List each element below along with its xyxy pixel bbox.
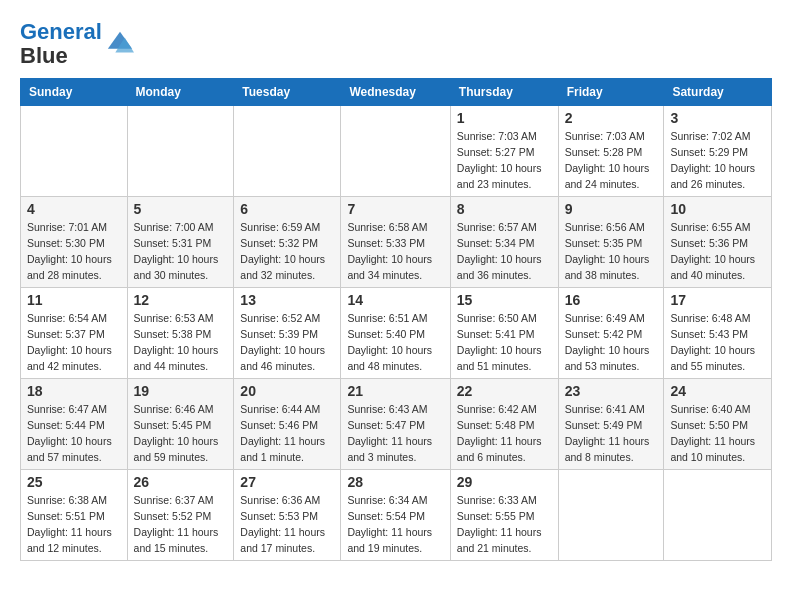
calendar-cell: 15Sunrise: 6:50 AMSunset: 5:41 PMDayligh… (450, 288, 558, 379)
day-number: 18 (27, 383, 121, 399)
day-number: 27 (240, 474, 334, 490)
day-number: 24 (670, 383, 765, 399)
logo-icon (106, 30, 134, 58)
logo: GeneralBlue (20, 20, 134, 68)
calendar-cell: 19Sunrise: 6:46 AMSunset: 5:45 PMDayligh… (127, 379, 234, 470)
page-header: GeneralBlue (20, 20, 772, 68)
day-info: Sunrise: 6:50 AMSunset: 5:41 PMDaylight:… (457, 311, 552, 374)
day-number: 5 (134, 201, 228, 217)
calendar-cell: 21Sunrise: 6:43 AMSunset: 5:47 PMDayligh… (341, 379, 450, 470)
day-info: Sunrise: 7:03 AMSunset: 5:27 PMDaylight:… (457, 129, 552, 192)
calendar-cell: 29Sunrise: 6:33 AMSunset: 5:55 PMDayligh… (450, 470, 558, 561)
day-info: Sunrise: 6:44 AMSunset: 5:46 PMDaylight:… (240, 402, 334, 465)
calendar-cell (664, 470, 772, 561)
day-number: 23 (565, 383, 658, 399)
day-info: Sunrise: 6:58 AMSunset: 5:33 PMDaylight:… (347, 220, 443, 283)
day-info: Sunrise: 6:37 AMSunset: 5:52 PMDaylight:… (134, 493, 228, 556)
day-number: 4 (27, 201, 121, 217)
calendar-cell (341, 106, 450, 197)
day-info: Sunrise: 6:52 AMSunset: 5:39 PMDaylight:… (240, 311, 334, 374)
day-number: 9 (565, 201, 658, 217)
day-number: 19 (134, 383, 228, 399)
header-saturday: Saturday (664, 79, 772, 106)
day-number: 12 (134, 292, 228, 308)
calendar-cell: 20Sunrise: 6:44 AMSunset: 5:46 PMDayligh… (234, 379, 341, 470)
day-number: 28 (347, 474, 443, 490)
day-number: 16 (565, 292, 658, 308)
day-info: Sunrise: 6:41 AMSunset: 5:49 PMDaylight:… (565, 402, 658, 465)
day-number: 14 (347, 292, 443, 308)
header-monday: Monday (127, 79, 234, 106)
calendar-cell (127, 106, 234, 197)
day-number: 21 (347, 383, 443, 399)
calendar-cell: 9Sunrise: 6:56 AMSunset: 5:35 PMDaylight… (558, 197, 664, 288)
day-number: 6 (240, 201, 334, 217)
calendar-cell: 6Sunrise: 6:59 AMSunset: 5:32 PMDaylight… (234, 197, 341, 288)
calendar-cell: 25Sunrise: 6:38 AMSunset: 5:51 PMDayligh… (21, 470, 128, 561)
header-thursday: Thursday (450, 79, 558, 106)
day-number: 10 (670, 201, 765, 217)
day-info: Sunrise: 6:54 AMSunset: 5:37 PMDaylight:… (27, 311, 121, 374)
calendar-cell: 17Sunrise: 6:48 AMSunset: 5:43 PMDayligh… (664, 288, 772, 379)
day-number: 11 (27, 292, 121, 308)
calendar-cell: 13Sunrise: 6:52 AMSunset: 5:39 PMDayligh… (234, 288, 341, 379)
header-tuesday: Tuesday (234, 79, 341, 106)
calendar-cell: 8Sunrise: 6:57 AMSunset: 5:34 PMDaylight… (450, 197, 558, 288)
day-info: Sunrise: 6:56 AMSunset: 5:35 PMDaylight:… (565, 220, 658, 283)
day-info: Sunrise: 6:55 AMSunset: 5:36 PMDaylight:… (670, 220, 765, 283)
calendar-cell: 3Sunrise: 7:02 AMSunset: 5:29 PMDaylight… (664, 106, 772, 197)
day-info: Sunrise: 7:01 AMSunset: 5:30 PMDaylight:… (27, 220, 121, 283)
calendar-cell: 12Sunrise: 6:53 AMSunset: 5:38 PMDayligh… (127, 288, 234, 379)
calendar-table: SundayMondayTuesdayWednesdayThursdayFrid… (20, 78, 772, 561)
day-info: Sunrise: 6:53 AMSunset: 5:38 PMDaylight:… (134, 311, 228, 374)
day-info: Sunrise: 7:00 AMSunset: 5:31 PMDaylight:… (134, 220, 228, 283)
calendar-cell: 1Sunrise: 7:03 AMSunset: 5:27 PMDaylight… (450, 106, 558, 197)
day-number: 22 (457, 383, 552, 399)
calendar-cell: 4Sunrise: 7:01 AMSunset: 5:30 PMDaylight… (21, 197, 128, 288)
header-sunday: Sunday (21, 79, 128, 106)
calendar-cell: 5Sunrise: 7:00 AMSunset: 5:31 PMDaylight… (127, 197, 234, 288)
day-info: Sunrise: 6:48 AMSunset: 5:43 PMDaylight:… (670, 311, 765, 374)
day-number: 29 (457, 474, 552, 490)
day-info: Sunrise: 6:59 AMSunset: 5:32 PMDaylight:… (240, 220, 334, 283)
day-number: 26 (134, 474, 228, 490)
day-info: Sunrise: 6:43 AMSunset: 5:47 PMDaylight:… (347, 402, 443, 465)
day-info: Sunrise: 6:36 AMSunset: 5:53 PMDaylight:… (240, 493, 334, 556)
calendar-week-row: 18Sunrise: 6:47 AMSunset: 5:44 PMDayligh… (21, 379, 772, 470)
calendar-cell: 2Sunrise: 7:03 AMSunset: 5:28 PMDaylight… (558, 106, 664, 197)
day-number: 25 (27, 474, 121, 490)
day-info: Sunrise: 6:51 AMSunset: 5:40 PMDaylight:… (347, 311, 443, 374)
calendar-cell: 7Sunrise: 6:58 AMSunset: 5:33 PMDaylight… (341, 197, 450, 288)
day-info: Sunrise: 7:02 AMSunset: 5:29 PMDaylight:… (670, 129, 765, 192)
calendar-cell: 24Sunrise: 6:40 AMSunset: 5:50 PMDayligh… (664, 379, 772, 470)
day-info: Sunrise: 6:38 AMSunset: 5:51 PMDaylight:… (27, 493, 121, 556)
day-info: Sunrise: 7:03 AMSunset: 5:28 PMDaylight:… (565, 129, 658, 192)
calendar-cell: 28Sunrise: 6:34 AMSunset: 5:54 PMDayligh… (341, 470, 450, 561)
calendar-week-row: 11Sunrise: 6:54 AMSunset: 5:37 PMDayligh… (21, 288, 772, 379)
day-info: Sunrise: 6:47 AMSunset: 5:44 PMDaylight:… (27, 402, 121, 465)
calendar-cell: 23Sunrise: 6:41 AMSunset: 5:49 PMDayligh… (558, 379, 664, 470)
day-info: Sunrise: 6:33 AMSunset: 5:55 PMDaylight:… (457, 493, 552, 556)
calendar-cell (558, 470, 664, 561)
day-info: Sunrise: 6:46 AMSunset: 5:45 PMDaylight:… (134, 402, 228, 465)
day-info: Sunrise: 6:42 AMSunset: 5:48 PMDaylight:… (457, 402, 552, 465)
calendar-cell: 18Sunrise: 6:47 AMSunset: 5:44 PMDayligh… (21, 379, 128, 470)
day-number: 7 (347, 201, 443, 217)
day-number: 17 (670, 292, 765, 308)
day-info: Sunrise: 6:49 AMSunset: 5:42 PMDaylight:… (565, 311, 658, 374)
calendar-week-row: 1Sunrise: 7:03 AMSunset: 5:27 PMDaylight… (21, 106, 772, 197)
day-info: Sunrise: 6:40 AMSunset: 5:50 PMDaylight:… (670, 402, 765, 465)
day-number: 13 (240, 292, 334, 308)
calendar-cell: 14Sunrise: 6:51 AMSunset: 5:40 PMDayligh… (341, 288, 450, 379)
calendar-cell: 27Sunrise: 6:36 AMSunset: 5:53 PMDayligh… (234, 470, 341, 561)
calendar-cell: 10Sunrise: 6:55 AMSunset: 5:36 PMDayligh… (664, 197, 772, 288)
logo-text: GeneralBlue (20, 20, 102, 68)
day-number: 1 (457, 110, 552, 126)
calendar-cell (234, 106, 341, 197)
calendar-cell: 11Sunrise: 6:54 AMSunset: 5:37 PMDayligh… (21, 288, 128, 379)
day-info: Sunrise: 6:57 AMSunset: 5:34 PMDaylight:… (457, 220, 552, 283)
calendar-cell (21, 106, 128, 197)
calendar-week-row: 4Sunrise: 7:01 AMSunset: 5:30 PMDaylight… (21, 197, 772, 288)
calendar-cell: 16Sunrise: 6:49 AMSunset: 5:42 PMDayligh… (558, 288, 664, 379)
calendar-cell: 22Sunrise: 6:42 AMSunset: 5:48 PMDayligh… (450, 379, 558, 470)
